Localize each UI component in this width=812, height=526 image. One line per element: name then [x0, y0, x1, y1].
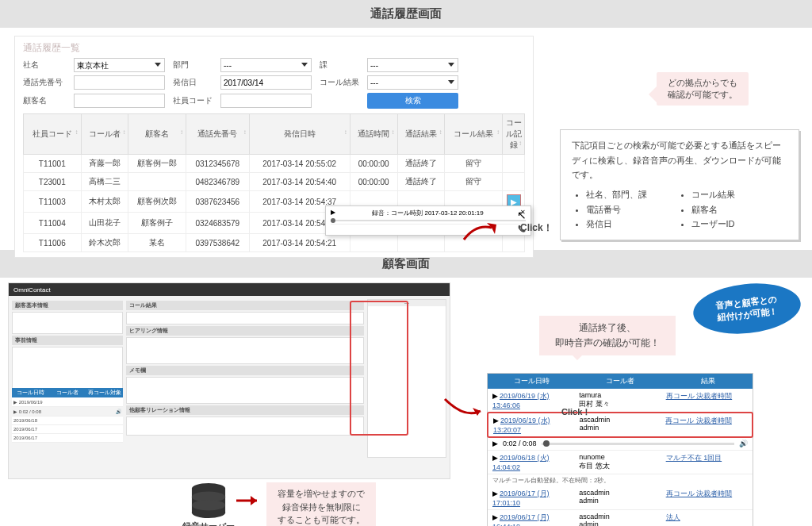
col-header[interactable]: コール結果 — [445, 114, 503, 155]
col-header[interactable]: 顧客名 — [128, 114, 186, 155]
recording-server: 録音サーバー — [182, 482, 235, 526]
detail-row: ▶2019/06/17 (月)17:01:10ascadmin admin再コー… — [488, 486, 753, 510]
brand-logo: OmniContact — [13, 286, 51, 294]
panel-title: 通話履歴一覧 — [23, 41, 525, 55]
info-item: 顧客名 — [691, 202, 788, 217]
section-select[interactable]: --- — [367, 58, 458, 72]
highlight-box — [350, 301, 408, 436]
audio-row[interactable]: ▶0:02 / 0:08🔊 — [488, 437, 753, 451]
detail-row: ▶2019/06/19 (水)13:20:07ascadmin admin再コー… — [487, 412, 753, 438]
company-select[interactable]: 東京本社 — [74, 58, 165, 72]
customer-input[interactable] — [74, 94, 165, 108]
table-row: T11006鈴木次郎某名03975386422017-03-14 20:54:2… — [24, 234, 525, 252]
label-phone: 通話先番号 — [23, 77, 66, 88]
table-row: T23001高橋二三04823467892017-03-14 20:54:400… — [24, 173, 525, 191]
info-item: コール結果 — [691, 187, 788, 202]
detail-row: ▶2019/06/18 (火)14:04:02nunome 布目 悠太マルチ不在… — [488, 451, 753, 474]
subhead-basic: 顧客基本情報 — [12, 301, 123, 310]
subhead-hearing: ヒアリング情報 — [126, 326, 364, 336]
label-customer: 顧客名 — [23, 95, 66, 106]
callout-instant: 通話終了後、 即時音声の確認が可能！ — [539, 316, 676, 355]
subhead-rel: 他顧客リレーション情報 — [126, 405, 364, 415]
svg-point-4 — [192, 500, 225, 510]
label-result: コール結果 — [320, 77, 359, 88]
emp-input[interactable] — [220, 94, 312, 108]
callout-storage: 容量を増やせますので 録音保持を無制限に することも可能です。 — [266, 482, 376, 526]
detail-row: ▶2019/06/17 (月)16:44:18ascadmin admin法人 — [488, 510, 753, 526]
label-dept: 部門 — [173, 60, 213, 71]
subhead-case: 事前情報 — [12, 336, 123, 345]
info-item: 発信日 — [586, 217, 683, 232]
date-input[interactable] — [220, 75, 312, 90]
col-header[interactable]: 通話結果 — [397, 114, 445, 155]
detail-row: ▶2019/06/19 (水)13:46:06tamura 田村 菜々再コール … — [488, 389, 753, 413]
call-detail-panel: コール日時コール者結果 ▶2019/06/19 (水)13:46:06tamur… — [487, 373, 753, 526]
arrow-icon — [441, 395, 488, 427]
label-emp: 社員コード — [173, 95, 213, 106]
cursor-icon: ↖ — [517, 209, 527, 221]
arrow-icon — [460, 220, 500, 244]
col-header[interactable]: 発信日時 — [249, 114, 350, 155]
table-row: T11001斉藤一郎顧客例一郎03123456782017-03-14 20:5… — [24, 155, 525, 173]
info-item: 電話番号 — [586, 202, 683, 217]
col-header[interactable]: 通話先番号 — [186, 114, 249, 155]
click-label: Click！ — [561, 406, 591, 418]
search-info-box: 下記項目ごとの検索が可能で必要とする通話をスピーディに検索し、録音音声の再生、ダ… — [560, 129, 799, 240]
col-header[interactable]: コール者 — [81, 114, 128, 155]
click-label: Click！ — [520, 221, 553, 235]
col-header[interactable]: 通話時間 — [350, 114, 397, 155]
section-title-1: 通話履歴画面 — [0, 0, 812, 28]
label-date: 発信日 — [173, 77, 213, 88]
oval-badge: 音声と顧客との 紐付けが可能！ — [691, 278, 803, 339]
col-header[interactable]: コール記録 — [503, 114, 525, 155]
dept-select[interactable]: --- — [220, 58, 312, 72]
label-section: 課 — [320, 60, 359, 71]
detail-note: マルチコール自動登録。不在時間：2秒。 — [488, 474, 753, 486]
subhead-call: コール結果 — [126, 301, 364, 310]
result-select[interactable]: --- — [367, 75, 458, 90]
info-item: 社名、部門、課 — [586, 187, 683, 202]
label-company: 社名 — [23, 60, 66, 71]
subhead-memo: メモ欄 — [126, 366, 364, 375]
info-item: ユーザーID — [691, 217, 788, 232]
arrow-icon — [235, 493, 263, 509]
col-header[interactable]: 社員コード — [24, 114, 82, 155]
detail-header: コール日時コール者結果 — [488, 374, 753, 389]
callout-anywhere: どの拠点からでも 確認が可能です。 — [657, 72, 749, 106]
audio-popup: ▶録音：コール時刻 2017-03-12 20:01:19✕ 📞 — [325, 205, 531, 236]
mini-tabs: コール日時コール者再コール対象 — [12, 388, 123, 397]
phone-input[interactable] — [74, 75, 165, 90]
customer-panel: OmniContact 顧客基本情報 事前情報 コール結果 ヒアリング情報 メモ… — [8, 282, 450, 479]
search-button[interactable]: 検索 — [367, 93, 458, 109]
